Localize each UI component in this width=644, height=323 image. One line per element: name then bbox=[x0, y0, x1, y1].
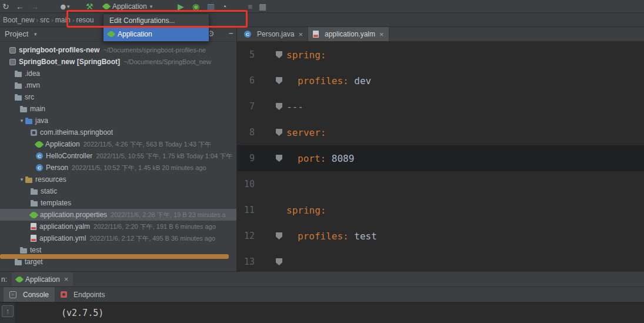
tree-item-mvn[interactable]: .mvn bbox=[0, 79, 236, 91]
code-line-9[interactable]: 9port: 8089 bbox=[237, 145, 644, 171]
code-text: port: 8089 bbox=[286, 153, 354, 164]
close-icon[interactable]: × bbox=[64, 275, 69, 284]
run-configuration-select[interactable]: Application ▾ bbox=[104, 0, 152, 13]
project-icon bbox=[9, 59, 16, 65]
tree-item-label: application.properties bbox=[40, 211, 107, 219]
tree-item-resources[interactable]: ▾resources bbox=[0, 174, 236, 185]
folder-icon bbox=[20, 248, 27, 254]
code-line-13[interactable]: 13 bbox=[237, 249, 644, 271]
menu-item-application[interactable]: Application bbox=[104, 27, 209, 41]
tool-tab-endpoints[interactable]: Endpoints bbox=[55, 287, 111, 302]
yaml-key-gutter-icon[interactable] bbox=[276, 51, 282, 58]
breadcrumb-item-src[interactable]: src bbox=[38, 16, 51, 24]
editor-content[interactable]: 5spring:6profiles: dev7---8server:9port:… bbox=[237, 42, 644, 271]
debug-icon[interactable]: ◉ bbox=[192, 2, 199, 11]
editor-tab-application-yalm[interactable]: application.yalm× bbox=[308, 27, 389, 41]
code-token: profiles: bbox=[298, 231, 354, 242]
tree-item-templates[interactable]: templates bbox=[0, 197, 236, 209]
tool-tab-console[interactable]: Console bbox=[4, 287, 55, 302]
code-line-7[interactable]: 7--- bbox=[237, 94, 644, 119]
project-tree: springboot-profiles-new~/Documents/sprin… bbox=[0, 42, 237, 271]
run-button[interactable]: ▶ bbox=[178, 2, 184, 11]
chevron-down-icon[interactable]: ▾ bbox=[18, 118, 25, 124]
tree-item-meta: 2022/11/5, 4:26 下午, 563 B Today 1:43 下午 bbox=[84, 140, 211, 149]
tree-item-meta: 2022/11/6, 2:28 下午, 19 B 23 minutes a bbox=[111, 211, 225, 219]
menu-item-edit-configurations[interactable]: Edit Configurations... bbox=[104, 14, 209, 27]
console-gutter: ↑ bbox=[0, 303, 15, 323]
chevron-down-icon[interactable]: ▾ bbox=[18, 177, 25, 182]
console-panel[interactable]: ↑ (v2.7.5) bbox=[0, 302, 644, 323]
tree-item-static[interactable]: static bbox=[0, 185, 236, 197]
editor-tab-person-java[interactable]: CPerson.java× bbox=[239, 27, 308, 41]
yaml-key-gutter-icon[interactable] bbox=[276, 77, 282, 84]
tree-item-hellocontroller[interactable]: CHelloController2022/11/5, 10:55 下午, 1.7… bbox=[0, 150, 236, 162]
code-line-8[interactable]: 8server: bbox=[237, 119, 644, 145]
code-text: profiles: dev bbox=[286, 75, 371, 86]
line-number: 9 bbox=[237, 153, 255, 164]
breadcrumb-item-main[interactable]: main bbox=[54, 16, 72, 24]
user-icon[interactable]: ☻ bbox=[59, 2, 68, 11]
wrench-icon[interactable]: ⚒ bbox=[86, 2, 94, 11]
code-line-10[interactable]: 10 bbox=[237, 171, 644, 197]
folder-icon bbox=[31, 201, 38, 207]
line-number: 12 bbox=[237, 231, 255, 241]
coverage-icon[interactable]: ▥ bbox=[207, 2, 215, 11]
yaml-key-gutter-icon[interactable] bbox=[276, 155, 282, 162]
tree-item-label: .mvn bbox=[25, 81, 40, 89]
spring-boot-class-icon bbox=[35, 139, 44, 149]
class-icon: C bbox=[36, 164, 43, 171]
scroll-to-top-button[interactable]: ↑ bbox=[2, 305, 14, 317]
project-icon bbox=[9, 47, 16, 54]
editor-tabs: CPerson.java×application.yalm× bbox=[237, 27, 644, 42]
tree-item-application-yml[interactable]: application.yml2022/11/6, 2:12 下午, 495 B… bbox=[0, 232, 236, 244]
tree-item-springboot-new-springboot[interactable]: SpringBoot_new [SpringBoot]~/Documents/S… bbox=[0, 56, 236, 68]
breadcrumb-item-resou[interactable]: resou bbox=[74, 16, 95, 24]
tree-item-application-yalm[interactable]: application.yalm2022/11/6, 2:20 下午, 191 … bbox=[0, 221, 236, 232]
spring-boot-icon bbox=[107, 30, 115, 38]
tree-item-label: com.itheima.springboot bbox=[40, 128, 113, 136]
tree-item-label: springboot-profiles-new bbox=[19, 46, 99, 54]
back-arrow-icon[interactable]: ← bbox=[16, 2, 24, 11]
code-line-12[interactable]: 12profiles: test bbox=[237, 223, 644, 249]
code-token: spring: bbox=[286, 49, 326, 61]
run-tab-application[interactable]: Application × bbox=[12, 272, 73, 286]
sync-icon[interactable]: ↻ bbox=[2, 2, 9, 11]
breadcrumb-item-boot-new[interactable]: Boot_new bbox=[1, 16, 36, 24]
folder-icon bbox=[15, 260, 22, 265]
yaml-key-gutter-icon[interactable] bbox=[276, 103, 282, 110]
tree-item-meta: 2022/11/5, 10:55 下午, 1.75 kB Today 1:04 … bbox=[96, 152, 232, 161]
horizontal-scrollbar-thumb[interactable] bbox=[0, 254, 229, 259]
tree-item-springboot-profiles-new[interactable]: springboot-profiles-new~/Documents/sprin… bbox=[0, 44, 236, 56]
yaml-key-gutter-icon[interactable] bbox=[276, 129, 282, 136]
tree-item-com-itheima-springboot[interactable]: com.itheima.springboot bbox=[0, 126, 236, 138]
code-token: server: bbox=[286, 127, 326, 138]
gutter-slot bbox=[255, 103, 286, 110]
tree-item-java[interactable]: ▾java bbox=[0, 115, 236, 126]
forward-arrow-icon[interactable]: → bbox=[31, 2, 39, 11]
code-token: 8089 bbox=[332, 153, 355, 164]
tree-item-label: application.yml bbox=[39, 234, 86, 242]
close-icon[interactable]: × bbox=[379, 30, 384, 39]
tree-item-idea[interactable]: .idea bbox=[0, 68, 236, 79]
run-tab-label: Application bbox=[25, 275, 60, 284]
grid-icon[interactable]: ▦ bbox=[259, 2, 266, 11]
tree-item-label: java bbox=[35, 116, 48, 125]
close-icon[interactable]: × bbox=[298, 30, 303, 39]
menu-item-label: Application bbox=[118, 30, 152, 38]
code-line-5[interactable]: 5spring: bbox=[237, 42, 644, 68]
hide-panel-icon[interactable]: − bbox=[229, 29, 233, 38]
tree-item-application[interactable]: Application2022/11/5, 4:26 下午, 563 B Tod… bbox=[0, 138, 236, 150]
chevron-down-icon: ▾ bbox=[34, 31, 37, 37]
yaml-key-gutter-icon[interactable] bbox=[276, 232, 282, 239]
tool-tabs: ConsoleEndpoints bbox=[0, 287, 644, 302]
yaml-key-gutter-icon[interactable] bbox=[276, 258, 282, 265]
code-line-11[interactable]: 11spring: bbox=[237, 197, 644, 223]
tree-item-main[interactable]: main bbox=[0, 103, 236, 115]
code-line-6[interactable]: 6profiles: dev bbox=[237, 68, 644, 94]
tree-item-person[interactable]: CPerson2022/11/5, 10:52 下午, 1.45 kB 20 m… bbox=[0, 162, 236, 174]
profiler-icon[interactable]: ◔ bbox=[222, 2, 226, 11]
code-text: server: bbox=[286, 127, 326, 138]
tree-item-application-properties[interactable]: application.properties2022/11/6, 2:28 下午… bbox=[0, 209, 236, 221]
tree-item-src[interactable]: src bbox=[0, 91, 236, 103]
code-text: profiles: test bbox=[286, 231, 377, 242]
